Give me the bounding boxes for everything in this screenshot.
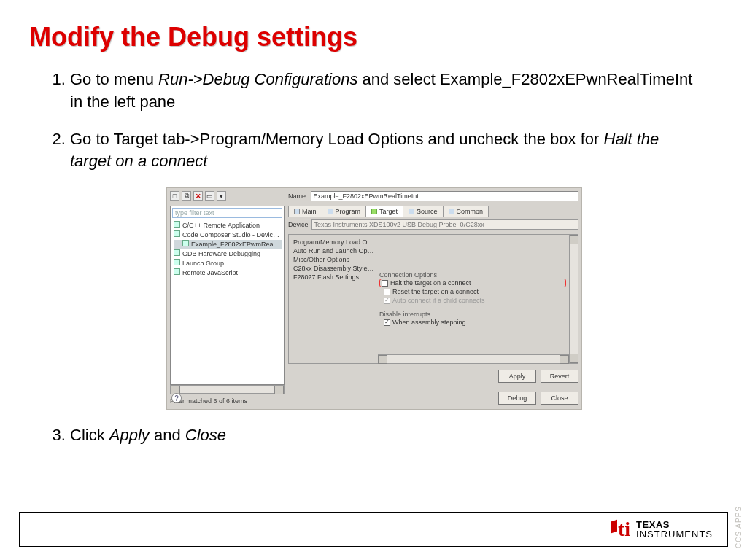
connection-options-label: Connection Options: [379, 271, 566, 279]
auto-connect-row: Auto connect if a child connects: [379, 296, 566, 305]
tree-item-remote-js[interactable]: Remote JavaScript: [174, 268, 282, 278]
config-icon: [174, 268, 180, 275]
tree-item-label: Code Composer Studio - Device Debugging: [182, 231, 282, 238]
step-3-apply: Apply: [109, 426, 150, 444]
side-watermark: CCS APPS: [735, 506, 743, 548]
reset-target-label: Reset the target on a connect: [392, 288, 479, 295]
tab-main[interactable]: Main: [288, 206, 322, 217]
tree-item-label: Launch Group: [182, 260, 224, 267]
step-3-text-a: Click: [70, 426, 109, 444]
new-config-icon[interactable]: □: [170, 191, 179, 201]
tab-label: Target: [379, 208, 398, 215]
filter-input[interactable]: type filter text: [172, 208, 282, 218]
reset-target-checkbox[interactable]: [384, 289, 390, 295]
expand-icon[interactable]: ▾: [217, 191, 226, 201]
tab-target[interactable]: Target: [365, 206, 403, 217]
tab-source[interactable]: Source: [403, 206, 444, 217]
delete-icon[interactable]: ✕: [193, 191, 203, 201]
ti-wordmark: TEXAS INSTRUMENTS: [636, 520, 713, 539]
close-button[interactable]: Close: [541, 392, 578, 405]
options-category-list[interactable]: Program/Memory Load Options Auto Run and…: [293, 238, 375, 281]
option-category[interactable]: Auto Run and Launch Options: [293, 246, 375, 255]
tree-item-example[interactable]: Example_F2802xEPwmRealTimeInt: [174, 240, 282, 249]
step-3: Click Apply and Close: [70, 424, 703, 447]
tree-item-label: C/C++ Remote Application: [182, 222, 260, 229]
assembly-step-row: When assembly stepping: [379, 318, 566, 327]
halt-target-row: Halt the target on a connect: [379, 279, 566, 287]
halt-target-label: Halt the target on a connect: [390, 279, 471, 287]
apply-revert-row: Apply Revert: [498, 370, 578, 383]
tab-program[interactable]: Program: [322, 206, 367, 217]
ti-text-b: INSTRUMENTS: [636, 529, 713, 539]
assembly-step-checkbox[interactable]: [384, 319, 390, 326]
tab-icon: [409, 209, 414, 214]
apply-button[interactable]: Apply: [498, 370, 536, 383]
step-list: Go to menu Run->Debug Configurations and…: [50, 69, 703, 173]
config-icon: [174, 259, 180, 265]
name-row: Name: Example_F2802xEPwmRealTimeInt: [288, 191, 578, 201]
ti-logo: ti TEXAS INSTRUMENTS: [618, 518, 713, 541]
ti-mark-icon: ti: [618, 518, 630, 541]
option-category[interactable]: C28xx Disassembly Style Option: [293, 264, 375, 273]
name-label: Name:: [288, 192, 308, 200]
slide: Modify the Debug settings Go to menu Run…: [0, 0, 747, 560]
halt-target-checkbox[interactable]: [382, 280, 388, 287]
tree-item-cpp-remote[interactable]: C/C++ Remote Application: [174, 221, 282, 230]
tab-label: Source: [417, 208, 438, 215]
config-icon: [174, 230, 180, 237]
name-input[interactable]: Example_F2802xEPwmRealTimeInt: [311, 191, 578, 201]
tab-label: Program: [336, 208, 361, 215]
tab-label: Main: [302, 208, 317, 215]
footer: ti TEXAS INSTRUMENTS: [19, 512, 728, 547]
assembly-step-label: When assembly stepping: [392, 319, 466, 326]
panel-h-scrollbar[interactable]: [378, 354, 569, 363]
tab-icon: [371, 209, 377, 214]
tab-icon: [294, 209, 300, 214]
slide-title: Modify the Debug settings: [29, 22, 718, 52]
step-1-text-a: Go to menu: [70, 70, 158, 88]
step-list-cont: Click Apply and Close: [50, 424, 703, 447]
collapse-icon[interactable]: ▭: [205, 191, 214, 201]
auto-connect-checkbox: [384, 298, 390, 304]
revert-button[interactable]: Revert: [541, 370, 578, 383]
disable-interrupts-label: Disable interrupts: [379, 311, 566, 318]
step-3-close: Close: [185, 426, 226, 444]
device-row: Device Texas Instruments XDS100v2 USB De…: [288, 219, 578, 230]
reset-target-row: Reset the target on a connect: [379, 287, 566, 296]
tab-label: Common: [457, 208, 484, 215]
step-3-text-c: and: [150, 426, 185, 444]
tree-item-label: Remote JavaScript: [182, 269, 238, 276]
debug-button[interactable]: Debug: [498, 392, 536, 405]
step-1: Go to menu Run->Debug Configurations and…: [70, 69, 703, 114]
tab-icon: [449, 209, 454, 214]
tree-item-gdb[interactable]: GDB Hardware Debugging: [174, 249, 282, 259]
step-2: Go to Target tab->Program/Memory Load Op…: [70, 128, 703, 174]
option-category[interactable]: F28027 Flash Settings: [293, 273, 375, 281]
step-1-menu-path: Run->Debug Configurations: [158, 70, 357, 88]
options-detail: Connection Options Halt the target on a …: [379, 271, 566, 327]
tree-item-launch-group[interactable]: Launch Group: [174, 259, 282, 268]
tree-item-label: GDB Hardware Debugging: [182, 250, 260, 257]
option-category[interactable]: Misc/Other Options: [293, 255, 375, 264]
options-panel: Program/Memory Load Options Auto Run and…: [288, 234, 578, 364]
spacer: [379, 305, 566, 311]
tab-common[interactable]: Common: [443, 206, 489, 217]
config-detail-pane: Name: Example_F2802xEPwmRealTimeInt Main…: [288, 191, 578, 386]
option-category[interactable]: Program/Memory Load Options: [293, 238, 375, 246]
step-2-text-a: Go to Target tab->Program/Memory Load Op…: [70, 130, 604, 148]
tab-bar: Main Program Target Source Common: [288, 206, 578, 217]
tree-item-ccs[interactable]: Code Composer Studio - Device Debugging: [174, 230, 282, 240]
config-tree[interactable]: C/C++ Remote Application Code Composer S…: [171, 219, 284, 278]
tab-icon: [328, 209, 333, 214]
tree-item-label: Example_F2802xEPwmRealTimeInt: [191, 241, 282, 248]
panel-v-scrollbar[interactable]: [569, 235, 578, 363]
device-label: Device: [288, 221, 309, 228]
device-select[interactable]: Texas Instruments XDS100v2 USB Debug Pro…: [311, 219, 578, 230]
debug-config-dialog: □ ⧉ ✕ ▭ ▾ type filter text C/C++ Remote …: [166, 187, 582, 410]
dialog-toolbar: □ ⧉ ✕ ▭ ▾: [170, 191, 226, 201]
tree-h-scrollbar[interactable]: [170, 385, 285, 394]
config-icon: [174, 249, 180, 256]
debug-close-row: Debug Close: [498, 392, 578, 405]
duplicate-icon[interactable]: ⧉: [182, 191, 191, 201]
config-icon: [174, 221, 180, 228]
